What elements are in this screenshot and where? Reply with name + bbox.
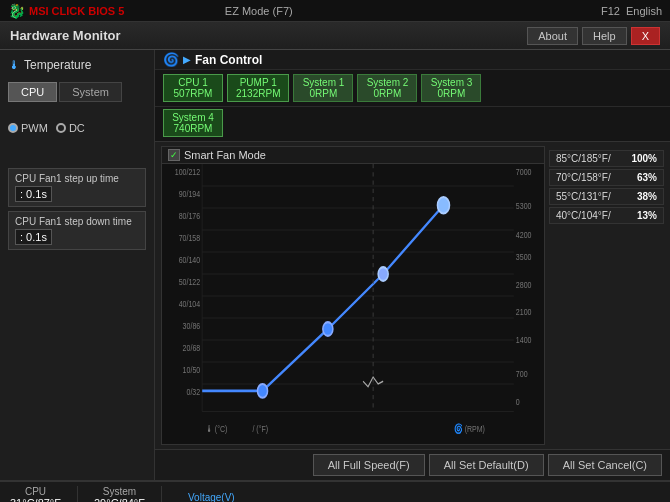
temp-legend-item-4[interactable]: 40°C/104°F/ 13% xyxy=(549,207,664,224)
all-full-speed-button[interactable]: All Full Speed(F) xyxy=(313,454,425,476)
svg-text:🌡 (°C): 🌡 (°C) xyxy=(206,423,227,434)
svg-point-34 xyxy=(258,384,268,398)
tab-buttons: CPU System xyxy=(8,82,146,102)
fan-control-title: Fan Control xyxy=(195,53,262,67)
fan-badge-pump1[interactable]: PUMP 1 2132RPM xyxy=(227,74,289,102)
svg-text:80/176: 80/176 xyxy=(179,210,201,221)
page-title: Hardware Monitor xyxy=(10,28,527,43)
smart-fan-checkbox[interactable]: ✓ xyxy=(168,149,180,161)
fan-badge-pump1-label: PUMP 1 xyxy=(236,77,280,88)
temp-legend-item-1[interactable]: 85°C/185°F/ 100% xyxy=(549,150,664,167)
f12-label[interactable]: F12 xyxy=(601,5,620,17)
temp-text-3: 55°C/131°F/ xyxy=(556,191,611,202)
fan-badges-row2: System 4 740RPM xyxy=(155,107,670,142)
dc-radio-dot xyxy=(56,123,66,133)
svg-text:30/86: 30/86 xyxy=(183,320,201,331)
svg-text:3500: 3500 xyxy=(516,251,532,262)
msi-text: MSI CLICK BIOS 5 xyxy=(29,5,124,17)
fan-badge-sys1[interactable]: System 1 0RPM xyxy=(293,74,353,102)
temp-legend-item-3[interactable]: 55°C/131°F/ 38% xyxy=(549,188,664,205)
svg-point-36 xyxy=(378,267,388,281)
fan-badge-sys3-label: System 3 xyxy=(430,77,472,88)
svg-text:1400: 1400 xyxy=(516,334,532,345)
fan-badge-sys3[interactable]: System 3 0RPM xyxy=(421,74,481,102)
pwm-radio-label[interactable]: PWM xyxy=(8,122,48,134)
svg-rect-0 xyxy=(162,164,544,439)
all-set-cancel-button[interactable]: All Set Cancel(C) xyxy=(548,454,662,476)
svg-text:0/32: 0/32 xyxy=(187,386,201,397)
fan-badge-sys4-label: System 4 xyxy=(172,112,214,123)
temp-text-2: 70°C/158°F/ xyxy=(556,172,611,183)
title-bar-buttons: About Help X xyxy=(527,27,660,45)
step-controls: CPU Fan1 step up time : 0.1s CPU Fan1 st… xyxy=(8,168,146,254)
fan-badge-sys4-value: 740RPM xyxy=(172,123,214,134)
fan-header-row: 🌀 ▶ Fan Control xyxy=(155,50,670,70)
ez-mode-label[interactable]: EZ Mode (F7) xyxy=(124,5,393,17)
fan-badge-sys1-value: 0RPM xyxy=(302,88,344,99)
svg-text:2100: 2100 xyxy=(516,306,532,317)
voltage-section-label: Voltage(V) xyxy=(178,490,245,502)
svg-text:0: 0 xyxy=(516,395,520,406)
left-panel: 🌡 Temperature CPU System PWM DC CPU Fan1… xyxy=(0,50,155,480)
cpu-tab[interactable]: CPU xyxy=(8,82,57,102)
mode-radio-group: PWM DC xyxy=(8,122,146,134)
system-tab[interactable]: System xyxy=(59,82,122,102)
system-status-value: 29°C/84°F xyxy=(94,497,145,502)
temp-percent-4: 13% xyxy=(637,210,657,221)
svg-text:🌀 (RPM): 🌀 (RPM) xyxy=(454,423,486,436)
svg-text:4200: 4200 xyxy=(516,229,532,240)
about-button[interactable]: About xyxy=(527,27,578,45)
svg-text:10/50: 10/50 xyxy=(183,364,201,375)
fan-badge-sys2[interactable]: System 2 0RPM xyxy=(357,74,417,102)
system-status-item: System 29°C/84°F xyxy=(94,486,162,502)
system-status-label: System xyxy=(103,486,136,497)
svg-text:70/158: 70/158 xyxy=(179,232,201,243)
fan-badge-cpu1-value: 507RPM xyxy=(172,88,214,99)
dc-label: DC xyxy=(69,122,85,134)
fan-badge-sys1-label: System 1 xyxy=(302,77,344,88)
status-bar: CPU 31°C/87°F System 29°C/84°F Voltage(V… xyxy=(0,480,670,502)
dc-radio-label[interactable]: DC xyxy=(56,122,85,134)
chart-area[interactable]: 100/212 90/194 80/176 70/158 60/140 50/1… xyxy=(162,164,544,439)
fan-badges-row1: CPU 1 507RPM PUMP 1 2132RPM System 1 0RP… xyxy=(155,70,670,107)
top-bar-right: F12 English xyxy=(393,5,662,17)
temp-percent-2: 63% xyxy=(637,172,657,183)
step-down-title: CPU Fan1 step down time xyxy=(15,216,139,227)
cpu-status-label: CPU xyxy=(25,486,46,497)
arrow-icon: ▶ xyxy=(183,54,191,65)
temp-legend: 85°C/185°F/ 100% 70°C/158°F/ 63% 55°C/13… xyxy=(549,146,664,445)
msi-dragon-icon: 🐉 xyxy=(8,3,25,19)
temp-text-1: 85°C/185°F/ xyxy=(556,153,611,164)
fan-badge-cpu1-label: CPU 1 xyxy=(172,77,214,88)
step-down-box: CPU Fan1 step down time : 0.1s xyxy=(8,211,146,250)
top-bar: 🐉 MSI CLICK BIOS 5 EZ Mode (F7) F12 Engl… xyxy=(0,0,670,22)
language-select[interactable]: English xyxy=(626,5,662,17)
fan-badge-sys2-value: 0RPM xyxy=(366,88,408,99)
all-set-default-button[interactable]: All Set Default(D) xyxy=(429,454,544,476)
svg-text:700: 700 xyxy=(516,368,528,379)
step-down-value[interactable]: : 0.1s xyxy=(15,229,52,245)
close-button[interactable]: X xyxy=(631,27,660,45)
svg-text:5300: 5300 xyxy=(516,200,532,211)
chart-title-bar: ✓ Smart Fan Mode xyxy=(162,147,544,164)
help-button[interactable]: Help xyxy=(582,27,627,45)
fan-badge-sys4[interactable]: System 4 740RPM xyxy=(163,109,223,137)
cpu-status-item: CPU 31°C/87°F xyxy=(10,486,78,502)
temp-percent-3: 38% xyxy=(637,191,657,202)
pwm-radio-dot xyxy=(8,123,18,133)
chart-mode-title: Smart Fan Mode xyxy=(184,149,266,161)
svg-text:50/122: 50/122 xyxy=(179,276,201,287)
thermometer-icon: 🌡 xyxy=(8,58,20,72)
svg-text:40/104: 40/104 xyxy=(179,298,201,309)
temp-percent-1: 100% xyxy=(631,153,657,164)
pwm-label: PWM xyxy=(21,122,48,134)
fan-curve-chart: 100/212 90/194 80/176 70/158 60/140 50/1… xyxy=(162,164,544,439)
temperature-section-header: 🌡 Temperature xyxy=(8,58,146,72)
svg-text:90/194: 90/194 xyxy=(179,188,201,199)
step-up-value[interactable]: : 0.1s xyxy=(15,186,52,202)
svg-text:/ (°F): / (°F) xyxy=(252,423,268,434)
main-content: 🌡 Temperature CPU System PWM DC CPU Fan1… xyxy=(0,50,670,480)
fan-icon: 🌀 xyxy=(163,52,179,67)
temp-legend-item-2[interactable]: 70°C/158°F/ 63% xyxy=(549,169,664,186)
fan-badge-cpu1[interactable]: CPU 1 507RPM xyxy=(163,74,223,102)
